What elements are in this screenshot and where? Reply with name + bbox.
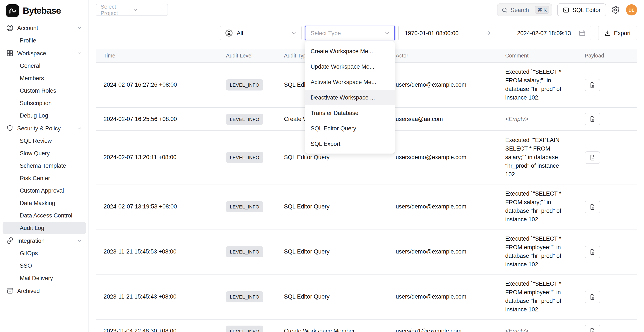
sidebar: Bytebase Account Profile Workspace <box>0 0 89 332</box>
cell-actor: users/demo@example.com <box>388 274 498 319</box>
file-document-icon <box>589 116 596 122</box>
user-avatar[interactable]: DE <box>626 4 637 15</box>
settings-gear-icon[interactable] <box>611 5 621 14</box>
table-row: 2024-02-07 13:19:53 +08:00 LEVEL_INFO SQ… <box>96 184 637 229</box>
project-select[interactable]: Select Project <box>96 4 168 16</box>
cell-time: 2024-02-07 16:25:56 +08:00 <box>96 107 218 131</box>
date-range-picker[interactable]: 1970-01-01 08:00:00 2024-02-07 18:09:13 <box>398 26 591 40</box>
topbar: Select Project Search ⌘ K SQL <box>89 0 644 16</box>
payload-view-button[interactable] <box>585 325 600 332</box>
sql-editor-button[interactable]: SQL Editor <box>558 3 606 16</box>
payload-view-button[interactable] <box>585 113 600 125</box>
sidebar-item-label: Security & Policy <box>17 125 73 132</box>
cell-time: 2024-02-07 13:20:11 +08:00 <box>96 131 218 184</box>
export-button[interactable]: Export <box>598 26 637 40</box>
cell-time: 2024-02-07 16:27:26 +08:00 <box>96 62 218 107</box>
cell-actor: users/demo@example.com <box>388 62 498 107</box>
col-header-comment: Comment <box>498 49 577 62</box>
sidebar-item-sql-review[interactable]: SQL Review <box>2 135 86 147</box>
table-row: 2023-11-21 15:45:43 +08:00 LEVEL_INFO SQ… <box>96 274 637 319</box>
arrow-right-icon <box>462 30 514 36</box>
payload-view-button[interactable] <box>585 200 600 213</box>
sidebar-item-audit-log[interactable]: Audit Log <box>2 222 86 234</box>
sidebar-item-custom-roles[interactable]: Custom Roles <box>2 85 86 97</box>
project-select-placeholder: Select Project <box>100 3 132 16</box>
sidebar-item-schema-template[interactable]: Schema Template <box>2 160 86 172</box>
type-dropdown-option[interactable]: SQL Export <box>305 136 395 152</box>
sidebar-item-data-access-control[interactable]: Data Access Control <box>2 209 86 222</box>
payload-view-button[interactable] <box>585 246 600 258</box>
col-header-actor: Actor <box>388 49 498 62</box>
file-document-icon <box>589 203 596 210</box>
type-filter-placeholder: Select Type <box>310 30 384 36</box>
payload-view-button[interactable] <box>585 151 600 164</box>
file-document-icon <box>589 294 596 300</box>
cell-comment-text: Executed `"SELECT * FROM salary;"` in da… <box>505 190 570 224</box>
main-content: Select Project Search ⌘ K SQL <box>89 0 644 332</box>
cell-actor: users/qa1@example.com <box>388 319 498 332</box>
type-dropdown-menu: Create Workspace Me...Update Workspace M… <box>305 41 395 154</box>
sidebar-item-general[interactable]: General <box>2 60 86 72</box>
chevron-down-icon <box>76 125 82 131</box>
sidebar-item-archived[interactable]: Archived <box>2 284 86 297</box>
sidebar-item-label: Workspace <box>17 50 73 56</box>
cell-type: SQL Editor Query <box>276 229 388 274</box>
cell-type: Create Workspace Member <box>276 319 388 332</box>
sidebar-item-members[interactable]: Members <box>2 72 86 85</box>
sidebar-item-custom-approval[interactable]: Custom Approval <box>2 184 86 197</box>
payload-view-button[interactable] <box>585 291 600 303</box>
sidebar-item-security-policy[interactable]: Security & Policy <box>2 122 86 135</box>
type-dropdown-option[interactable]: Activate Workspace Me... <box>305 74 395 90</box>
sidebar-item-risk-center[interactable]: Risk Center <box>2 172 86 184</box>
export-label: Export <box>614 30 631 36</box>
chevron-down-icon <box>384 30 390 36</box>
sidebar-item-subscription[interactable]: Subscription <box>2 97 86 109</box>
level-badge: LEVEL_INFO <box>226 152 263 163</box>
cell-type: SQL Editor Query <box>276 184 388 229</box>
sidebar-item-data-masking[interactable]: Data Masking <box>2 197 86 209</box>
link-icon <box>6 237 14 244</box>
sidebar-item-sso[interactable]: SSO <box>2 260 86 272</box>
level-badge: LEVEL_INFO <box>226 114 263 125</box>
table-row: 2023-11-04 22:48:30 +08:00 LEVEL_INFO Cr… <box>96 319 637 332</box>
sidebar-item-mail-delivery[interactable]: Mail Delivery <box>2 272 86 284</box>
sidebar-item-debug-log[interactable]: Debug Log <box>2 109 86 122</box>
user-filter-value: All <box>237 30 288 36</box>
file-document-icon <box>589 154 596 161</box>
chevron-down-icon <box>76 238 82 244</box>
col-header-audit-level: Audit Level <box>218 49 276 62</box>
type-dropdown-option[interactable]: Transfer Database <box>305 105 395 121</box>
type-filter-wrap: Select Type Create Workspace Me...Update… <box>305 26 395 40</box>
sidebar-item-profile[interactable]: Profile <box>2 34 86 47</box>
sidebar-item-label: Archived <box>17 288 82 294</box>
search-icon <box>502 7 508 13</box>
sidebar-item-account[interactable]: Account <box>2 21 86 34</box>
cell-time: 2023-11-04 22:48:30 +08:00 <box>96 319 218 332</box>
search-input[interactable]: Search ⌘ K <box>497 3 552 16</box>
sidebar-item-slow-query[interactable]: Slow Query <box>2 147 86 160</box>
brand-name: Bytebase <box>23 5 61 16</box>
sidebar-item-integration[interactable]: Integration <box>2 234 86 247</box>
chevron-down-icon <box>76 50 82 56</box>
cell-time: 2024-02-07 13:19:53 +08:00 <box>96 184 218 229</box>
user-filter-select[interactable]: All <box>220 26 302 40</box>
sidebar-nav: Account Profile Workspace General Member… <box>0 20 88 298</box>
brand-logo[interactable]: Bytebase <box>0 0 88 20</box>
payload-view-button[interactable] <box>585 79 600 91</box>
level-badge: LEVEL_INFO <box>226 325 263 332</box>
level-badge: LEVEL_INFO <box>226 201 263 212</box>
filter-row: All Select Type Create Workspace Me...Up… <box>96 26 637 40</box>
topbar-right: Search ⌘ K SQL Editor DE <box>497 3 637 16</box>
type-dropdown-option[interactable]: SQL Editor Query <box>305 121 395 136</box>
type-dropdown-option[interactable]: Create Workspace Me... <box>305 43 395 59</box>
type-dropdown-option[interactable]: Deactivate Workspace ... <box>305 90 395 105</box>
sidebar-item-workspace[interactable]: Workspace <box>2 47 86 60</box>
type-dropdown-option[interactable]: Update Workspace Me... <box>305 59 395 74</box>
type-filter-select[interactable]: Select Type <box>305 26 395 40</box>
download-icon <box>604 30 611 36</box>
date-to: 2024-02-07 18:09:13 <box>517 30 571 36</box>
cell-comment-text: <Empty> <box>505 115 570 123</box>
sidebar-item-gitops[interactable]: GitOps <box>2 247 86 260</box>
calendar-icon <box>579 30 586 36</box>
col-header-payload: Payload <box>577 49 637 62</box>
